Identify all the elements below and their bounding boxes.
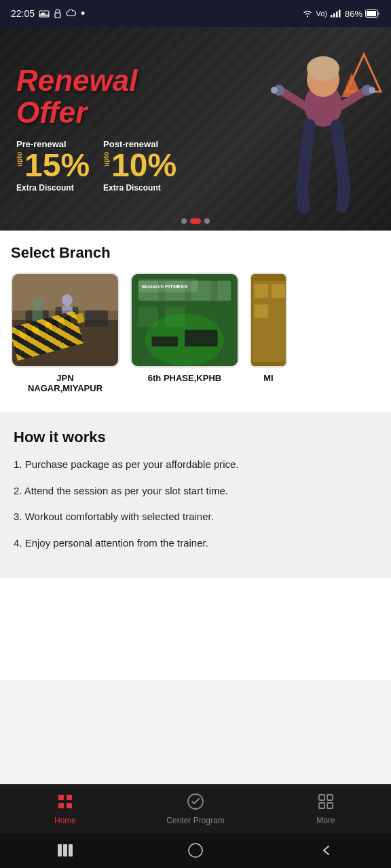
svg-rect-46	[151, 336, 178, 347]
svg-rect-43	[138, 279, 198, 292]
svg-rect-10	[367, 11, 376, 16]
select-branch-title: Select Branch	[11, 244, 380, 262]
nav-home-label: Home	[54, 816, 76, 825]
svg-rect-29	[12, 313, 85, 342]
android-home-circle-icon	[188, 843, 203, 858]
android-back-icon	[319, 844, 333, 857]
svg-rect-26	[32, 309, 43, 321]
how-step-4: 4. Enjoy personal attention from the tra…	[14, 536, 377, 551]
status-network: Vo)	[316, 9, 327, 18]
home-icon	[56, 793, 74, 813]
branch-card-kphb[interactable]: Monarch FITNESS 6th PHASE,KPHB	[130, 273, 239, 393]
banner-dots	[181, 218, 210, 224]
branch-card-mi[interactable]: MI	[250, 273, 287, 393]
svg-point-19	[369, 87, 375, 94]
svg-point-27	[62, 294, 73, 306]
person-svg	[255, 44, 391, 231]
svg-rect-47	[185, 330, 218, 347]
cloud-icon	[66, 9, 77, 18]
status-right: Vo) 86%	[302, 9, 380, 19]
how-it-works-section: How it works 1. Purchase package as per …	[0, 412, 391, 578]
how-step-2: 2. Attend the session as per your slot s…	[14, 484, 377, 499]
android-nav-bar	[0, 833, 391, 868]
grid-svg-icon	[317, 793, 335, 810]
gym-svg-1	[12, 274, 118, 366]
pre-extra: Extra Discount	[16, 183, 90, 193]
dot-3	[204, 218, 210, 224]
lock-icon	[54, 9, 62, 18]
svg-rect-52	[272, 284, 285, 298]
status-dot: •	[81, 7, 85, 20]
pre-renewal-block: Pre-renewal upto 15% Extra Discount	[16, 139, 90, 193]
status-left: 22:05 •	[11, 7, 85, 20]
post-renewal-block: Post-renewal upto 10% Extra Discount	[103, 139, 176, 193]
svg-text:Monarch FITNESS: Monarch FITNESS	[142, 283, 187, 290]
svg-rect-40	[218, 281, 231, 300]
svg-marker-2	[39, 12, 49, 16]
svg-point-17	[271, 87, 278, 94]
svg-point-4	[307, 16, 308, 17]
signal-icon	[330, 9, 342, 18]
svg-rect-33	[50, 319, 59, 330]
branch-scroll-container[interactable]: JPNNAGAR,MIYAPUR	[11, 273, 380, 400]
svg-rect-64	[69, 844, 73, 856]
branch-img-mi	[250, 273, 287, 368]
home-svg-icon	[56, 793, 74, 810]
gym-photo-3	[251, 274, 287, 368]
bottom-nav: Home Center Program More	[0, 784, 391, 833]
svg-rect-39	[191, 281, 211, 300]
branch-card-jpn[interactable]: JPNNAGAR,MIYAPUR	[11, 273, 119, 393]
battery-icon	[365, 9, 380, 18]
svg-rect-63	[63, 844, 67, 856]
nav-more[interactable]: More	[261, 785, 391, 833]
renewal-banner: RenewalOffer Pre-renewal upto 15% Extra …	[0, 27, 391, 231]
svg-rect-59	[327, 795, 333, 800]
pre-percent: 15%	[24, 149, 90, 182]
svg-rect-60	[319, 803, 324, 808]
nav-more-label: More	[316, 816, 335, 825]
android-home-btn[interactable]	[182, 837, 209, 864]
svg-rect-8	[339, 10, 341, 18]
how-step-3: 3. Workout comfortably with selected tra…	[14, 509, 377, 525]
branch-name-mi: MI	[263, 373, 273, 383]
branch-img-jpn	[11, 273, 119, 368]
nav-center-program[interactable]: Center Program	[130, 785, 261, 833]
gym-photo-1	[12, 274, 118, 366]
dot-2-active	[190, 218, 201, 224]
svg-rect-7	[336, 12, 338, 18]
how-step-1: 1. Purchase package as per your affordab…	[14, 457, 377, 473]
svg-rect-58	[319, 795, 324, 800]
svg-rect-61	[327, 803, 333, 808]
select-branch-section: Select Branch	[0, 231, 391, 407]
svg-rect-20	[12, 274, 117, 366]
pre-renewal-amount: upto 15%	[16, 149, 90, 182]
svg-rect-53	[58, 795, 64, 800]
post-renewal-amount: upto 10%	[103, 149, 176, 182]
center-program-icon	[187, 793, 204, 813]
main-content: Select Branch	[0, 231, 391, 679]
status-time: 22:05	[11, 8, 35, 19]
post-upto: upto	[103, 152, 110, 167]
branch-img-kphb: Monarch FITNESS	[130, 273, 239, 368]
svg-point-15	[307, 56, 339, 81]
svg-rect-37	[138, 281, 158, 300]
svg-rect-31	[25, 326, 34, 337]
svg-rect-54	[67, 795, 72, 800]
menu-lines-icon	[58, 844, 73, 856]
svg-rect-21	[12, 320, 117, 366]
svg-rect-32	[37, 323, 46, 334]
svg-rect-5	[331, 15, 333, 18]
android-back-btn[interactable]	[312, 837, 339, 864]
svg-rect-28	[62, 307, 73, 321]
wifi-icon	[302, 9, 313, 18]
svg-rect-55	[58, 803, 64, 808]
branch-name-kphb: 6th PHASE,KPHB	[148, 373, 221, 383]
nav-home[interactable]: Home	[0, 785, 130, 833]
android-menu-btn[interactable]	[52, 837, 79, 864]
dot-1	[181, 218, 187, 224]
nav-center-label: Center Program	[166, 816, 224, 825]
bottom-spacer	[0, 578, 391, 666]
svg-rect-34	[63, 316, 72, 327]
svg-rect-6	[333, 14, 335, 18]
svg-rect-62	[58, 844, 62, 856]
